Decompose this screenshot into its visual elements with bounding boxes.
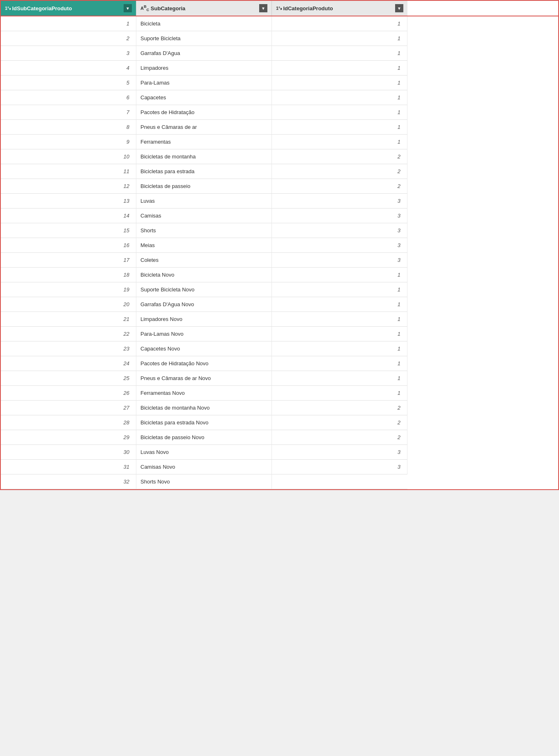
table-row-id: 14 bbox=[1, 208, 136, 223]
table-row-cat-id: 2 bbox=[272, 149, 407, 164]
table-row-cat-id: 3 bbox=[272, 208, 407, 223]
header-subcategoria: ABC SubCategoria ▼ bbox=[136, 1, 272, 16]
table-row-subcategoria: Shorts bbox=[136, 223, 272, 238]
table-row-cat-id: 3 bbox=[272, 223, 407, 238]
table-row-id: 24 bbox=[1, 356, 136, 371]
table-body: 1Bicicleta12Suporte Bicicleta13Garrafas … bbox=[1, 16, 558, 489]
table-row-id: 21 bbox=[1, 312, 136, 327]
table-row-cat-id: 1 bbox=[272, 282, 407, 297]
table-row-cat-id: 1 bbox=[272, 120, 407, 135]
table-row-cat-id: 1 bbox=[272, 297, 407, 312]
table-row-subcategoria: Bicicleta bbox=[136, 16, 272, 31]
data-table: 1²₃ IdSubCategoriaProduto ▼ ABC SubCateg… bbox=[0, 0, 559, 490]
table-row-subcategoria: Para-Lamas Novo bbox=[136, 327, 272, 341]
table-row-id: 11 bbox=[1, 164, 136, 179]
text-type-icon: ABC bbox=[140, 5, 149, 12]
table-row-subcategoria: Pneus e Câmaras de ar Novo bbox=[136, 371, 272, 386]
table-row-subcategoria: Garrafas D'Agua Novo bbox=[136, 297, 272, 312]
table-row-id: 29 bbox=[1, 430, 136, 445]
header-label-id-categoria: IdCategoriaProduto bbox=[283, 5, 333, 11]
table-row-cat-id: 2 bbox=[272, 415, 407, 430]
table-row-id: 7 bbox=[1, 105, 136, 120]
table-row-subcategoria: Capacetes bbox=[136, 90, 272, 105]
table-row-subcategoria: Camisas bbox=[136, 208, 272, 223]
header-id-categoria: 1²₃ IdCategoriaProduto ▼ bbox=[272, 1, 407, 16]
table-row-id: 3 bbox=[1, 46, 136, 61]
table-row-id: 20 bbox=[1, 297, 136, 312]
header-id-subcategoria: 1²₃ IdSubCategoriaProduto ▼ bbox=[1, 1, 136, 16]
table-row-id: 26 bbox=[1, 386, 136, 401]
header-label-subcategoria: SubCategoria bbox=[151, 5, 186, 11]
table-row-cat-id: 2 bbox=[272, 164, 407, 179]
table-row-cat-id: 1 bbox=[272, 105, 407, 120]
table-row-subcategoria: Bicicletas de montanha Novo bbox=[136, 401, 272, 415]
table-row-id: 15 bbox=[1, 223, 136, 238]
table-row-cat-id: 3 bbox=[272, 460, 407, 474]
table-row-id: 2 bbox=[1, 31, 136, 46]
table-row-cat-id: 2 bbox=[272, 430, 407, 445]
table-row-cat-id: 1 bbox=[272, 135, 407, 149]
table-row-id: 9 bbox=[1, 135, 136, 149]
table-row-cat-id: 1 bbox=[272, 268, 407, 282]
table-row-cat-id: 1 bbox=[272, 61, 407, 76]
table-header: 1²₃ IdSubCategoriaProduto ▼ ABC SubCateg… bbox=[1, 1, 558, 16]
table-row-subcategoria: Ferramentas Novo bbox=[136, 386, 272, 401]
table-row-cat-id: 1 bbox=[272, 16, 407, 31]
table-row-id: 8 bbox=[1, 120, 136, 135]
table-row-subcategoria: Bicicletas de montanha bbox=[136, 149, 272, 164]
numeric-type-icon-2: 1²₃ bbox=[276, 6, 282, 11]
numeric-type-icon-1: 1²₃ bbox=[5, 6, 11, 11]
table-row-subcategoria: Garrafas D'Agua bbox=[136, 46, 272, 61]
table-row-id: 27 bbox=[1, 401, 136, 415]
table-row-cat-id: 1 bbox=[272, 386, 407, 401]
table-row-subcategoria: Camisas Novo bbox=[136, 460, 272, 474]
table-row-id: 22 bbox=[1, 327, 136, 341]
table-row-cat-id: 1 bbox=[272, 76, 407, 90]
table-row-id: 31 bbox=[1, 460, 136, 474]
table-row-subcategoria: Pacotes de Hidratação Novo bbox=[136, 356, 272, 371]
table-row-subcategoria: Limpadores bbox=[136, 61, 272, 76]
table-row-id: 18 bbox=[1, 268, 136, 282]
table-row-subcategoria: Ferramentas bbox=[136, 135, 272, 149]
table-row-id: 5 bbox=[1, 76, 136, 90]
table-row-id: 10 bbox=[1, 149, 136, 164]
table-row-id: 25 bbox=[1, 371, 136, 386]
table-row-subcategoria: Coletes bbox=[136, 253, 272, 268]
table-row-cat-id: 3 bbox=[272, 238, 407, 253]
table-row-subcategoria: Pneus e Câmaras de ar bbox=[136, 120, 272, 135]
header-label-id-subcategoria: IdSubCategoriaProduto bbox=[12, 5, 72, 11]
table-row-subcategoria: Meias bbox=[136, 238, 272, 253]
table-row-subcategoria: Para-Lamas bbox=[136, 76, 272, 90]
table-row-cat-id: 1 bbox=[272, 327, 407, 341]
filter-dropdown-id-subcategoria[interactable]: ▼ bbox=[124, 4, 132, 12]
table-row-subcategoria: Bicicletas de passeio bbox=[136, 179, 272, 194]
table-row-id: 4 bbox=[1, 61, 136, 76]
table-row-id: 17 bbox=[1, 253, 136, 268]
table-row-subcategoria: Suporte Bicicleta bbox=[136, 31, 272, 46]
table-row-subcategoria: Luvas bbox=[136, 194, 272, 208]
table-row-subcategoria: Pacotes de Hidratação bbox=[136, 105, 272, 120]
table-row-subcategoria: Limpadores Novo bbox=[136, 312, 272, 327]
table-row-id: 28 bbox=[1, 415, 136, 430]
table-row-subcategoria: Bicicletas para estrada bbox=[136, 164, 272, 179]
table-row-id: 19 bbox=[1, 282, 136, 297]
filter-dropdown-id-categoria[interactable]: ▼ bbox=[395, 4, 403, 12]
table-row-cat-id: 1 bbox=[272, 341, 407, 356]
table-row-subcategoria: Capacetes Novo bbox=[136, 341, 272, 356]
table-row-id: 16 bbox=[1, 238, 136, 253]
table-row-cat-id: 3 bbox=[272, 445, 407, 460]
table-row-cat-id: 1 bbox=[272, 312, 407, 327]
table-row-cat-id: 1 bbox=[272, 46, 407, 61]
table-row-cat-id: 3 bbox=[272, 194, 407, 208]
table-row-subcategoria: Shorts Novo bbox=[136, 474, 272, 489]
table-row-cat-id: 1 bbox=[272, 356, 407, 371]
table-row-subcategoria: Bicicleta Novo bbox=[136, 268, 272, 282]
table-row-subcategoria: Bicicletas para estrada Novo bbox=[136, 415, 272, 430]
table-row-id: 30 bbox=[1, 445, 136, 460]
table-row-id: 32 bbox=[1, 474, 136, 489]
table-row-cat-id: 2 bbox=[272, 179, 407, 194]
table-row-cat-id: 1 bbox=[272, 371, 407, 386]
filter-dropdown-subcategoria[interactable]: ▼ bbox=[259, 4, 267, 12]
table-row-id: 23 bbox=[1, 341, 136, 356]
table-row-subcategoria: Suporte Bicicleta Novo bbox=[136, 282, 272, 297]
